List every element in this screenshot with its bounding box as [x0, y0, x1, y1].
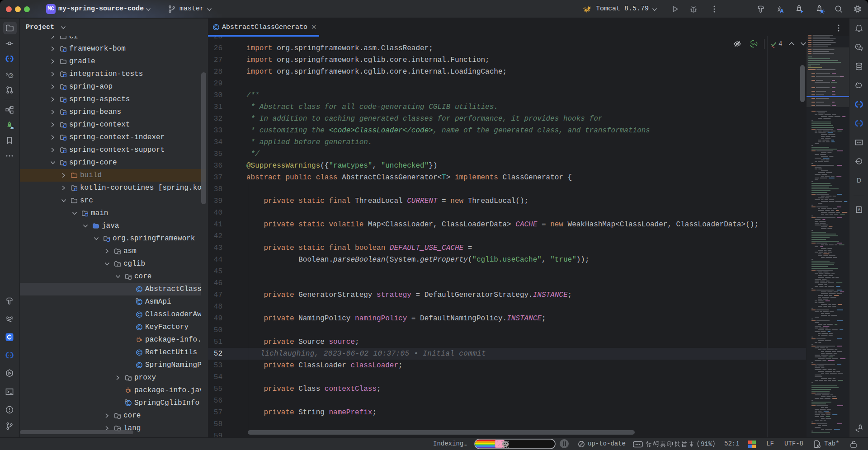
svg-text:?: ?: [9, 74, 12, 79]
svg-text:A: A: [780, 8, 784, 14]
svg-text:JR: JR: [10, 126, 14, 130]
svg-text:D: D: [857, 177, 861, 184]
svg-text:91%: 91%: [701, 441, 712, 448]
svg-text:A: A: [858, 207, 860, 212]
